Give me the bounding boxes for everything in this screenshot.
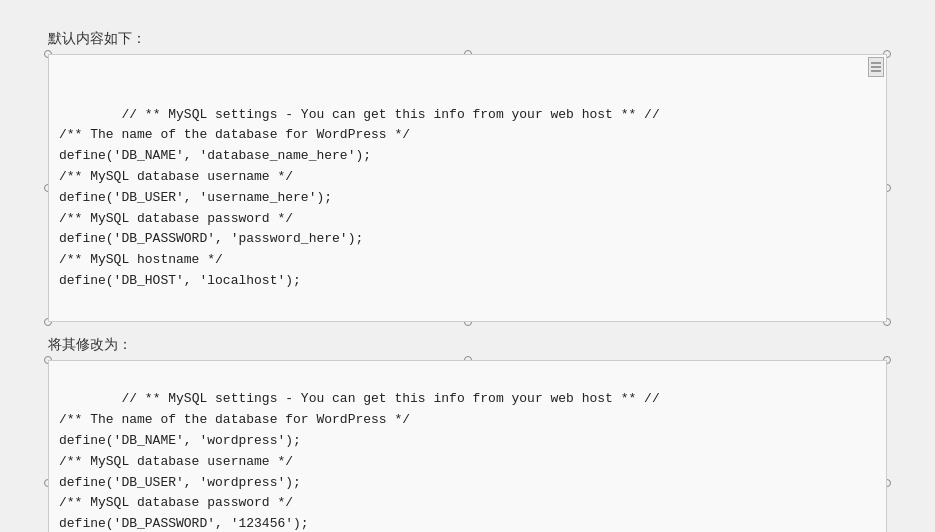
scrollbar-line-1 <box>871 62 881 64</box>
scrollbar-icon <box>868 57 884 77</box>
section2-label: 将其修改为： <box>48 336 887 354</box>
section2-code[interactable]: // ** MySQL settings - You can get this … <box>48 360 887 532</box>
section1-code-text: // ** MySQL settings - You can get this … <box>59 107 660 288</box>
scrollbar-line-3 <box>871 70 881 72</box>
main-container: 默认内容如下： // ** MySQL settings - You can g… <box>0 0 935 532</box>
content-area: 默认内容如下： // ** MySQL settings - You can g… <box>20 10 915 532</box>
section1-label: 默认内容如下： <box>48 30 887 48</box>
scrollbar-line-2 <box>871 66 881 68</box>
section2-code-text: // ** MySQL settings - You can get this … <box>59 391 660 532</box>
section1-wrapper: // ** MySQL settings - You can get this … <box>48 54 887 322</box>
section1-code[interactable]: // ** MySQL settings - You can get this … <box>48 54 887 322</box>
section2-wrapper: // ** MySQL settings - You can get this … <box>48 360 887 532</box>
